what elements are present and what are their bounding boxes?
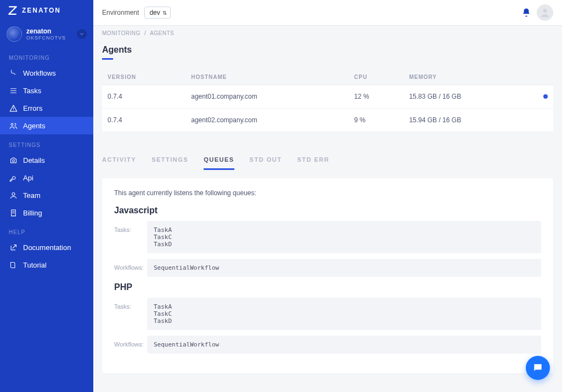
queues-language-title: Javascript xyxy=(114,206,541,215)
cell-hostname: agent02.company.com xyxy=(186,109,349,132)
chevron-down-icon xyxy=(77,29,87,39)
user-avatar[interactable] xyxy=(537,4,553,21)
tab-activity[interactable]: ACTIVITY xyxy=(102,151,136,170)
sidebar: ZENATON zenaton OKSFCNOTVS MONITORINGWor… xyxy=(0,0,93,392)
page-title: Agents xyxy=(102,45,553,55)
sidebar-item-agents[interactable]: Agents xyxy=(0,117,93,134)
sidebar-item-label: Team xyxy=(23,191,41,200)
cell-memory: 15.94 GB / 16 GB xyxy=(403,109,537,132)
tab-stdout[interactable]: STD OUT xyxy=(250,151,282,170)
receipt-icon xyxy=(9,208,18,217)
sidebar-item-label: Documentation xyxy=(23,243,71,252)
cell-cpu: 9 % xyxy=(349,109,403,132)
breadcrumb-item[interactable]: AGENTS xyxy=(150,30,174,36)
nav-section-label: MONITORING xyxy=(0,47,93,64)
sidebar-item-tasks[interactable]: Tasks xyxy=(0,82,93,99)
org-switcher[interactable]: zenaton OKSFCNOTVS xyxy=(0,21,93,47)
sidebar-item-documentation[interactable]: Documentation xyxy=(0,238,93,256)
breadcrumb: MONITORING / AGENTS xyxy=(93,26,562,41)
key-icon xyxy=(9,173,18,182)
tab-settings[interactable]: SETTINGS xyxy=(151,151,188,170)
env-label: Environment xyxy=(102,9,139,16)
table-header: MEMORY xyxy=(403,70,537,85)
main-area: Environment dev ⇅ MONITORING / AGENTS Ag… xyxy=(93,0,562,392)
agents-table: VERSIONHOSTNAMECPUMEMORY 0.7.4 agent01.c… xyxy=(102,70,553,132)
sidebar-item-errors[interactable]: Errors xyxy=(0,99,93,117)
sidebar-item-label: Errors xyxy=(23,104,42,112)
camera-icon xyxy=(9,156,18,164)
warning-icon xyxy=(9,104,18,112)
queues-row-label: Workflows: xyxy=(114,336,138,348)
sidebar-item-label: Api xyxy=(23,174,33,182)
sidebar-item-label: Details xyxy=(23,156,45,164)
nav-section-label: SETTINGS xyxy=(0,134,93,151)
sidebar-item-label: Workflows xyxy=(23,69,56,77)
breadcrumb-item[interactable]: MONITORING xyxy=(102,30,140,36)
cell-cpu: 12 % xyxy=(349,85,403,109)
zenaton-logo-icon xyxy=(8,5,18,15)
chat-fab[interactable] xyxy=(526,356,550,380)
cell-status xyxy=(537,85,553,109)
table-header: VERSION xyxy=(102,70,186,85)
list-icon xyxy=(9,86,18,95)
tab-stderr[interactable]: STD ERR xyxy=(297,151,329,170)
select-caret-icon: ⇅ xyxy=(162,10,167,16)
sidebar-item-billing[interactable]: Billing xyxy=(0,204,93,221)
org-avatar-icon xyxy=(7,26,22,42)
people-icon xyxy=(9,191,18,200)
queues-intro: This agent currently listens the followi… xyxy=(114,189,541,197)
sidebar-item-team[interactable]: Team xyxy=(0,186,93,204)
queues-tasks-box: TaskA TaskC TaskD xyxy=(147,298,541,330)
table-row[interactable]: 0.7.4 agent01.company.com 12 % 15.83 GB … xyxy=(102,85,553,109)
brand-logo[interactable]: ZENATON xyxy=(0,0,93,21)
chat-icon xyxy=(532,362,543,373)
sidebar-item-api[interactable]: Api xyxy=(0,169,93,186)
table-header: HOSTNAME xyxy=(186,70,349,85)
breadcrumb-separator: / xyxy=(144,30,146,36)
external-icon xyxy=(9,243,18,252)
table-row[interactable]: 0.7.4 agent02.company.com 9 % 15.94 GB /… xyxy=(102,109,553,132)
queues-card: This agent currently listens the followi… xyxy=(102,178,553,373)
queues-workflows-box: SequentialWorkflow xyxy=(147,259,541,277)
status-dot-icon xyxy=(543,94,548,99)
sidebar-item-label: Agents xyxy=(23,122,45,130)
sidebar-nav: MONITORINGWorkflowsTasksErrorsAgentsSETT… xyxy=(0,47,93,274)
cell-memory: 15.83 GB / 16 GB xyxy=(403,85,537,109)
cell-status xyxy=(537,109,553,132)
title-underline xyxy=(102,58,113,60)
cell-version: 0.7.4 xyxy=(102,85,186,109)
users-icon xyxy=(9,121,18,130)
branch-icon xyxy=(9,69,18,77)
svg-point-0 xyxy=(543,9,547,13)
queues-language-title: PHP xyxy=(114,282,541,292)
org-slug: OKSFCNOTVS xyxy=(26,35,72,41)
env-select[interactable]: dev ⇅ xyxy=(144,7,170,19)
book-icon xyxy=(9,260,18,269)
brand-name: ZENATON xyxy=(22,7,61,14)
sidebar-item-workflows[interactable]: Workflows xyxy=(0,64,93,82)
org-name: zenaton xyxy=(26,27,72,35)
table-header: CPU xyxy=(349,70,403,85)
queues-row-label: Workflows: xyxy=(114,259,138,271)
sidebar-item-label: Tasks xyxy=(23,87,41,95)
sidebar-item-tutorial[interactable]: Tutorial xyxy=(0,256,93,274)
queues-row-label: Tasks: xyxy=(114,298,138,310)
queues-workflows-box: SequentialWorkflow xyxy=(147,336,541,354)
cell-hostname: agent01.company.com xyxy=(186,85,349,109)
sidebar-item-details[interactable]: Details xyxy=(0,151,93,169)
tab-queues[interactable]: QUEUES xyxy=(204,151,234,170)
queues-row-label: Tasks: xyxy=(114,221,138,233)
detail-tabs: ACTIVITYSETTINGSQUEUESSTD OUTSTD ERR xyxy=(102,151,553,171)
sidebar-item-label: Tutorial xyxy=(23,261,47,269)
env-select-value: dev xyxy=(149,9,160,16)
queues-tasks-box: TaskA TaskC TaskD xyxy=(147,221,541,253)
nav-section-label: HELP xyxy=(0,221,93,238)
notifications-bell-icon[interactable] xyxy=(521,8,531,18)
cell-version: 0.7.4 xyxy=(102,109,186,132)
topbar: Environment dev ⇅ xyxy=(93,0,562,26)
sidebar-item-label: Billing xyxy=(23,209,42,217)
